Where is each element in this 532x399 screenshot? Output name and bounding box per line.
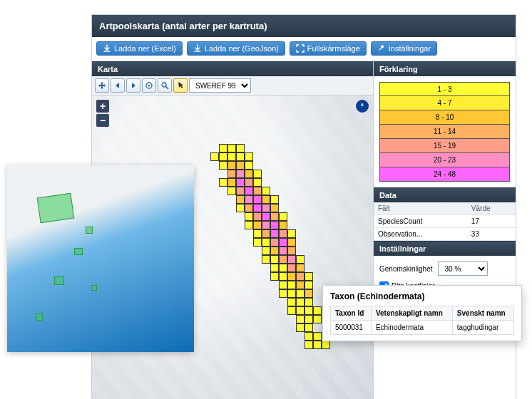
- grid-cell[interactable]: [305, 289, 313, 298]
- grid-cell[interactable]: [296, 289, 305, 298]
- grid-cell[interactable]: [262, 247, 270, 255]
- grid-cell[interactable]: [287, 289, 296, 298]
- grid-cell[interactable]: [313, 341, 322, 349]
- grid-cell[interactable]: [253, 195, 262, 204]
- grid-cell[interactable]: [313, 306, 322, 315]
- grid-cell[interactable]: [210, 152, 219, 161]
- grid-cell[interactable]: [287, 281, 296, 289]
- grid-cell[interactable]: [322, 341, 330, 349]
- grid-cell[interactable]: [279, 247, 287, 255]
- grid-cell[interactable]: [236, 195, 245, 204]
- grid-cell[interactable]: [253, 170, 262, 178]
- grid-cell[interactable]: [279, 255, 287, 264]
- grid-cell[interactable]: [227, 152, 236, 161]
- grid-cell[interactable]: [279, 221, 287, 229]
- grid-cell[interactable]: [279, 238, 287, 247]
- grid-cell[interactable]: [270, 195, 279, 204]
- grid-cell[interactable]: [253, 178, 262, 187]
- grid-cell[interactable]: [236, 144, 245, 152]
- grid-cell[interactable]: [270, 247, 279, 255]
- identify-tool[interactable]: [173, 78, 188, 93]
- grid-cell[interactable]: [270, 212, 279, 221]
- zoom-out-button[interactable]: −: [96, 114, 109, 127]
- full-extent-tool[interactable]: [142, 78, 156, 93]
- grid-cell[interactable]: [296, 298, 305, 306]
- grid-cell[interactable]: [305, 306, 313, 315]
- grid-cell[interactable]: [305, 315, 313, 323]
- grid-cell[interactable]: [236, 161, 245, 170]
- compass-icon[interactable]: [356, 100, 369, 113]
- prev-extent-tool[interactable]: [111, 78, 125, 93]
- grid-cell[interactable]: [305, 341, 313, 349]
- grid-cell[interactable]: [287, 238, 296, 247]
- grid-cell[interactable]: [270, 221, 279, 229]
- grid-cell[interactable]: [245, 187, 253, 195]
- zoom-in-button[interactable]: +: [96, 100, 109, 113]
- opacity-select[interactable]: 30 %: [438, 261, 488, 276]
- grid-cell[interactable]: [287, 255, 296, 264]
- grid-cell[interactable]: [305, 332, 313, 341]
- grid-cell[interactable]: [245, 221, 253, 229]
- grid-cell[interactable]: [262, 187, 270, 195]
- grid-cell[interactable]: [270, 255, 279, 264]
- grid-cell[interactable]: [262, 195, 270, 204]
- grid-cell[interactable]: [287, 247, 296, 255]
- grid-cell[interactable]: [296, 281, 305, 289]
- grid-cell[interactable]: [253, 212, 262, 221]
- grid-cell[interactable]: [279, 289, 287, 298]
- grid-cell[interactable]: [296, 255, 305, 264]
- grid-cell[interactable]: [305, 323, 313, 332]
- grid-cell[interactable]: [236, 152, 245, 161]
- grid-cell[interactable]: [279, 281, 287, 289]
- grid-cell[interactable]: [287, 306, 296, 315]
- zoom-box-tool[interactable]: [158, 78, 172, 93]
- grid-cell[interactable]: [313, 332, 322, 341]
- grid-cell[interactable]: [236, 178, 245, 187]
- grid-cell[interactable]: [296, 272, 305, 281]
- grid-cell[interactable]: [296, 323, 305, 332]
- grid-cell[interactable]: [296, 264, 305, 272]
- grid-cell[interactable]: [270, 229, 279, 238]
- grid-cell[interactable]: [236, 170, 245, 178]
- inset-map[interactable]: [7, 165, 194, 352]
- grid-cell[interactable]: [245, 212, 253, 221]
- grid-cell[interactable]: [270, 272, 279, 281]
- grid-cell[interactable]: [245, 170, 253, 178]
- next-extent-tool[interactable]: [126, 78, 140, 93]
- grid-cell[interactable]: [253, 204, 262, 212]
- grid-cell[interactable]: [296, 315, 305, 323]
- fullscreen-button[interactable]: Fullskärmsläge: [290, 41, 367, 56]
- grid-cell[interactable]: [287, 298, 296, 306]
- grid-cell[interactable]: [219, 178, 227, 187]
- settings-button[interactable]: Inställningar: [371, 41, 437, 56]
- grid-cell[interactable]: [253, 238, 262, 247]
- grid-cell[interactable]: [262, 229, 270, 238]
- grid-cell[interactable]: [305, 298, 313, 306]
- grid-cell[interactable]: [253, 229, 262, 238]
- grid-cell[interactable]: [305, 272, 313, 281]
- grid-cell[interactable]: [245, 195, 253, 204]
- grid-cell[interactable]: [227, 161, 236, 170]
- grid-cell[interactable]: [262, 238, 270, 247]
- grid-cell[interactable]: [270, 264, 279, 272]
- grid-cell[interactable]: [262, 212, 270, 221]
- grid-cell[interactable]: [287, 229, 296, 238]
- grid-cell[interactable]: [279, 264, 287, 272]
- grid-cell[interactable]: [305, 281, 313, 289]
- grid-cell[interactable]: [236, 204, 245, 212]
- grid-cell[interactable]: [227, 187, 236, 195]
- grid-cell[interactable]: [270, 238, 279, 247]
- grid-cell[interactable]: [279, 272, 287, 281]
- download-excel-button[interactable]: Ladda ner (Excel): [96, 41, 183, 56]
- grid-cell[interactable]: [236, 187, 245, 195]
- grid-cell[interactable]: [279, 212, 287, 221]
- grid-cell[interactable]: [245, 152, 253, 161]
- grid-cell[interactable]: [296, 306, 305, 315]
- grid-cell[interactable]: [253, 221, 262, 229]
- grid-cell[interactable]: [245, 161, 253, 170]
- pan-tool[interactable]: [95, 78, 109, 93]
- grid-cell[interactable]: [270, 204, 279, 212]
- grid-cell[interactable]: [313, 315, 322, 323]
- grid-cell[interactable]: [262, 255, 270, 264]
- grid-cell[interactable]: [279, 229, 287, 238]
